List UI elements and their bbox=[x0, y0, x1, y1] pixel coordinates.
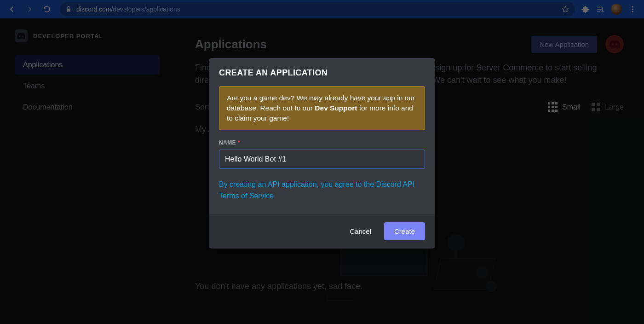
create-application-modal: CREATE AN APPLICATION Are you a game dev… bbox=[209, 58, 435, 249]
dev-support-link[interactable]: Dev Support bbox=[315, 104, 357, 112]
modal-overlay[interactable]: CREATE AN APPLICATION Are you a game dev… bbox=[0, 0, 644, 324]
name-field-label: NAME * bbox=[219, 139, 425, 146]
application-name-input[interactable] bbox=[219, 150, 425, 169]
modal-title: CREATE AN APPLICATION bbox=[219, 68, 425, 78]
game-dev-notice: Are you a game dev? We may already have … bbox=[219, 86, 425, 130]
tos-link[interactable]: By creating an API application, you agre… bbox=[219, 179, 425, 202]
modal-footer: Cancel Create bbox=[209, 214, 435, 249]
create-button[interactable]: Create bbox=[384, 222, 425, 240]
cancel-button[interactable]: Cancel bbox=[350, 227, 371, 235]
